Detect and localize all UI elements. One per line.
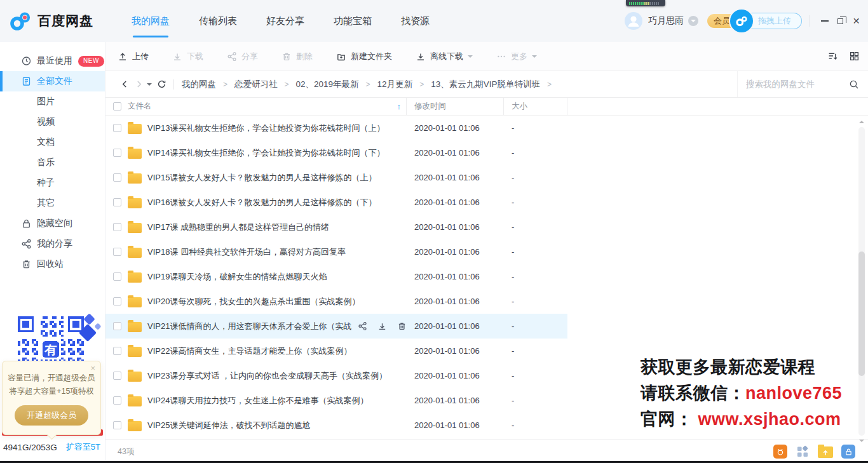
file-name[interactable]: VIP17课 成熟稳重的男人都是这样管理自己的情绪 — [147, 222, 329, 233]
file-row[interactable]: VIP20课每次聊死，找女生的兴趣点杀出重围（实战案例）2020-01-01 0… — [105, 289, 567, 314]
breadcrumb-item[interactable]: 12月更新 — [377, 79, 413, 90]
file-row[interactable]: VIP25课关键词延伸法，破找不到话题的尴尬2020-01-01 01:06- — [105, 413, 567, 438]
row-checkbox[interactable] — [113, 372, 121, 380]
grid-view-icon[interactable] — [849, 51, 860, 62]
sidebar-item-hidden-space[interactable]: 隐藏空间 — [0, 213, 105, 234]
open-super-vip-button[interactable]: 开通超级会员 — [15, 405, 88, 426]
file-name[interactable]: VIP21课低情商的人，用这套聊天体系才会爱上你（实战案... — [147, 321, 351, 332]
sidebar-item-recent[interactable]: 最近使用NEW — [0, 51, 105, 71]
sidebar-item-music[interactable]: 音乐 — [0, 152, 105, 173]
search-input[interactable] — [746, 79, 849, 89]
row-checkbox[interactable] — [113, 297, 121, 305]
sidebar-item-videos[interactable]: 视频 — [0, 112, 105, 132]
row-checkbox[interactable] — [113, 248, 121, 256]
scroll-up-arrow[interactable] — [859, 118, 864, 123]
row-checkbox[interactable] — [113, 421, 121, 429]
select-all-checkbox[interactable] — [113, 102, 121, 111]
scrollbar-thumb[interactable] — [858, 252, 865, 376]
file-row[interactable]: VIP21课低情商的人，用这套聊天体系才会爱上你（实战案...2020-01-0… — [105, 314, 567, 339]
toolbar-button-more[interactable]: 更多 — [496, 51, 537, 62]
breadcrumb-item[interactable]: 我的网盘 — [182, 79, 216, 90]
row-action-trash-icon[interactable] — [397, 321, 407, 331]
sidebar-item-others[interactable]: 其它 — [0, 193, 105, 213]
back-button[interactable] — [118, 77, 132, 91]
row-action-share-icon[interactable] — [358, 321, 367, 331]
file-name[interactable]: VIP16课被女人发好人卡？散发魅力的男人是这样修炼的（下） — [147, 197, 376, 208]
sort-icon[interactable] — [827, 51, 838, 62]
file-row[interactable]: VIP22课高情商女生，主导话题才能爱上你（实战案例）2020-01-01 01… — [105, 339, 567, 363]
file-row[interactable]: VIP18课 四种经典社交软件开场白，赢得对方高回复率2020-01-01 01… — [105, 239, 567, 264]
lock-icon[interactable] — [841, 445, 855, 459]
sort-ascending-icon[interactable]: ↑ — [397, 102, 402, 111]
tab-toolbox[interactable]: 功能宝箱 — [330, 0, 376, 42]
file-row[interactable]: VIP13课买礼物女生拒绝你，学会让她投资为你花钱花时间（上）2020-01-0… — [105, 116, 567, 140]
column-header-time[interactable]: 修改时间 — [414, 101, 446, 112]
file-row[interactable]: VIP19课聊天冷场，破解女生的情绪点燃聊天火焰2020-01-01 01:06… — [105, 264, 567, 289]
lucky-bag-icon[interactable] — [773, 445, 787, 459]
chevron-down-icon[interactable] — [688, 16, 698, 26]
expand-capacity-link[interactable]: 扩容至5T — [66, 441, 100, 453]
breadcrumb-item[interactable]: 13、素云九期VIP脱单特训班 — [431, 79, 540, 90]
breadcrumb-item[interactable]: 02、2019年最新 — [296, 79, 359, 90]
tab-my-drive[interactable]: 我的网盘 — [128, 0, 173, 42]
column-header-size[interactable]: 大小 — [512, 101, 527, 112]
apps-grid-icon[interactable] — [796, 445, 810, 459]
tab-transfer-list[interactable]: 传输列表 — [195, 0, 241, 42]
close-icon[interactable]: × — [90, 363, 95, 373]
toolbar-button-upload[interactable]: 上传 — [118, 51, 149, 62]
row-checkbox[interactable] — [113, 173, 121, 182]
row-checkbox[interactable] — [113, 347, 121, 355]
restore-button[interactable] — [832, 13, 848, 29]
minimize-button[interactable] — [817, 13, 832, 29]
toolbar-button-download[interactable]: 下载 — [172, 51, 203, 62]
file-row[interactable]: VIP16课被女人发好人卡？散发魅力的男人是这样修炼的（下）2020-01-01… — [105, 190, 567, 215]
file-row[interactable]: VIP14课买礼物女生拒绝你，学会让她投资为你花钱花时间（下）2020-01-0… — [105, 140, 567, 165]
toolbar-button-share[interactable]: 分享 — [227, 51, 258, 62]
file-row[interactable]: VIP17课 成熟稳重的男人都是这样管理自己的情绪2020-01-01 01:0… — [105, 215, 567, 239]
toolbar-button-offline-download[interactable]: 离线下载 — [416, 51, 473, 62]
sidebar-item-my-shares[interactable]: 我的分享 — [0, 234, 105, 254]
sidebar-item-all-files[interactable]: 全部文件 — [0, 71, 105, 91]
refresh-button[interactable] — [154, 77, 168, 91]
row-checkbox[interactable] — [113, 198, 121, 206]
file-name[interactable]: VIP19课聊天冷场，破解女生的情绪点燃聊天火焰 — [147, 271, 327, 283]
file-name[interactable]: VIP23课分享式对话 ，让内向的你也会变成聊天高手（实战案例） — [147, 370, 387, 382]
search-icon[interactable] — [849, 79, 859, 90]
row-checkbox[interactable] — [113, 396, 121, 405]
row-checkbox[interactable] — [113, 124, 121, 132]
file-name[interactable]: VIP14课买礼物女生拒绝你，学会让她投资为你花钱花时间（下） — [147, 147, 384, 159]
column-header-name[interactable]: 文件名 — [128, 101, 152, 112]
file-row[interactable]: VIP24课聊天用拉力技巧，女生迷上你不是难事（实战案例）2020-01-01 … — [105, 388, 567, 413]
file-name[interactable]: VIP20课每次聊死，找女生的兴趣点杀出重围（实战案例） — [147, 296, 360, 307]
sidebar-item-documents[interactable]: 文档 — [0, 132, 105, 152]
history-dropdown-icon[interactable] — [147, 83, 152, 88]
file-name[interactable]: VIP15课被女人发好人卡？散发魅力的男人是这样修炼的（上） — [147, 172, 376, 184]
sidebar-item-recycle-bin[interactable]: 回收站 — [0, 254, 105, 274]
tab-friend-share[interactable]: 好友分享 — [262, 0, 308, 42]
row-checkbox[interactable] — [113, 322, 121, 330]
tab-find-resources[interactable]: 找资源 — [397, 0, 433, 42]
sidebar-item-pictures[interactable]: 图片 — [0, 91, 105, 112]
row-checkbox[interactable] — [113, 272, 121, 281]
file-name[interactable]: VIP24课聊天用拉力技巧，女生迷上你不是难事（实战案例） — [147, 395, 368, 406]
row-checkbox[interactable] — [113, 149, 121, 157]
file-name[interactable]: VIP25课关键词延伸法，破找不到话题的尴尬 — [147, 420, 310, 431]
close-button[interactable]: ✕ — [848, 13, 864, 29]
forward-button[interactable] — [132, 77, 146, 91]
sidebar-item-torrents[interactable]: 种子 — [0, 173, 105, 193]
file-name[interactable]: VIP18课 四种经典社交软件开场白，赢得对方高回复率 — [147, 246, 346, 258]
file-row[interactable]: VIP15课被女人发好人卡？散发魅力的男人是这样修炼的（上）2020-01-01… — [105, 165, 567, 190]
scroll-down-arrow[interactable] — [859, 440, 864, 445]
drag-upload-button[interactable]: 拖拽上传 — [749, 13, 802, 29]
row-checkbox[interactable] — [113, 223, 121, 231]
username[interactable]: 巧月思雨 — [648, 15, 684, 27]
file-name[interactable]: VIP22课高情商女生，主导话题才能爱上你（实战案例） — [147, 346, 351, 357]
file-row[interactable]: VIP23课分享式对话 ，让内向的你也会变成聊天高手（实战案例）2020-01-… — [105, 363, 567, 388]
file-name[interactable]: VIP13课买礼物女生拒绝你，学会让她投资为你花钱花时间（上） — [147, 123, 384, 134]
row-action-download-icon[interactable] — [377, 321, 387, 331]
folder-tip-icon[interactable] — [818, 446, 833, 458]
avatar[interactable] — [625, 12, 642, 30]
toolbar-button-delete[interactable]: 删除 — [281, 51, 313, 62]
netdisk-cloud-icon[interactable] — [730, 10, 753, 32]
breadcrumb-item[interactable]: 恋爱研习社 — [234, 79, 278, 90]
